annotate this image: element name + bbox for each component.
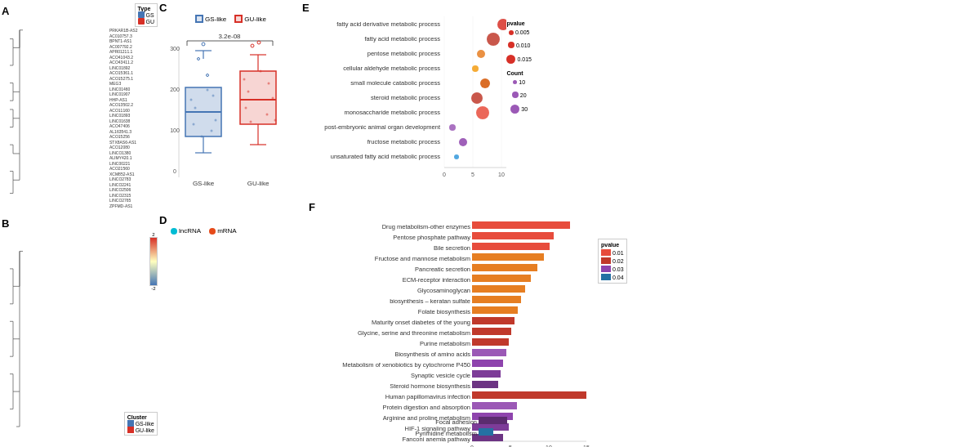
svg-text:Purine metabolism: Purine metabolism bbox=[420, 340, 470, 347]
svg-point-64 bbox=[476, 106, 489, 119]
svg-text:fructose metabolic process: fructose metabolic process bbox=[368, 138, 440, 145]
panel-f: F 0 5 10 15 Drug metabolis bbox=[302, 196, 604, 447]
svg-rect-120 bbox=[479, 417, 507, 424]
svg-point-60 bbox=[477, 50, 485, 58]
svg-text:Glycosaminoglycan: Glycosaminoglycan bbox=[417, 287, 470, 294]
svg-text:Biosynthesis of amino acids: Biosynthesis of amino acids bbox=[394, 351, 470, 358]
svg-point-32 bbox=[251, 44, 254, 47]
boxplot-gs-label: GS-like bbox=[205, 16, 226, 23]
cluster-legend-title: Cluster bbox=[127, 415, 154, 421]
svg-rect-86 bbox=[472, 264, 537, 271]
svg-text:0: 0 bbox=[173, 168, 176, 174]
svg-point-63 bbox=[471, 92, 483, 104]
svg-rect-122 bbox=[479, 428, 493, 436]
boxplot-gu-legend: GU-like bbox=[234, 15, 266, 23]
svg-point-40 bbox=[274, 119, 277, 122]
boxplot-gs-legend: GS-like bbox=[195, 15, 226, 23]
svg-rect-96 bbox=[472, 317, 514, 324]
svg-point-67 bbox=[454, 154, 459, 159]
gene-labels-a: PRKAR1B-AS2AC010757.3BPNT1-AS1AC007792.2… bbox=[109, 21, 158, 216]
svg-rect-108 bbox=[472, 381, 498, 388]
lncrna-label: lncRNA bbox=[179, 227, 201, 235]
svg-rect-92 bbox=[472, 296, 521, 303]
panel-d-label: D bbox=[159, 214, 167, 226]
panel-e: E fatty acid derivative metabolic proces… bbox=[302, 0, 535, 196]
svg-rect-82 bbox=[472, 243, 550, 250]
svg-text:Steroid hormone biosynthesis: Steroid hormone biosynthesis bbox=[390, 382, 470, 390]
svg-text:fatty acid metabolic process: fatty acid metabolic process bbox=[364, 35, 440, 42]
panel-d: D lncRNA mRNA bbox=[159, 212, 302, 447]
svg-text:0: 0 bbox=[443, 172, 446, 177]
svg-rect-112 bbox=[472, 402, 517, 409]
barchart-extra: pvalue 0.01 0.02 bbox=[598, 222, 627, 447]
heatmap-b-scale: 2 -2 bbox=[149, 234, 158, 291]
panel-b-label: B bbox=[2, 217, 9, 230]
svg-point-65 bbox=[449, 124, 456, 131]
svg-rect-90 bbox=[472, 285, 525, 293]
panel-c: C GS-like GU-like 3.2e-08 bbox=[159, 0, 302, 212]
svg-point-62 bbox=[480, 78, 490, 88]
svg-point-58 bbox=[497, 19, 506, 30]
svg-point-19 bbox=[212, 95, 215, 97]
svg-point-42 bbox=[260, 70, 262, 73]
mrna-legend: mRNA bbox=[209, 227, 237, 235]
svg-point-36 bbox=[247, 91, 250, 93]
svg-point-16 bbox=[198, 58, 200, 60]
type-legend: Type GS GU bbox=[135, 21, 158, 27]
lncrna-legend: lncRNA bbox=[171, 227, 201, 235]
svg-text:post-embryonic animal organ de: post-embryonic animal organ development bbox=[324, 123, 441, 131]
boxplot-gu-label: GU-like bbox=[244, 16, 266, 23]
svg-text:Fructose and mannose metabolis: Fructose and mannose metabolism bbox=[375, 255, 470, 262]
cluster-gs-label: GS-like bbox=[136, 422, 154, 427]
gs-swatch bbox=[195, 15, 203, 23]
main-container: A bbox=[0, 0, 980, 447]
panel-f-legend: pvalue 0.01 0.02 bbox=[598, 239, 627, 284]
svg-text:ECM-receptor interaction: ECM-receptor interaction bbox=[403, 276, 470, 284]
network-area bbox=[163, 235, 299, 422]
svg-point-20 bbox=[194, 107, 197, 110]
svg-rect-80 bbox=[472, 232, 554, 239]
svg-text:Pancreatic secretion: Pancreatic secretion bbox=[415, 266, 470, 273]
svg-rect-98 bbox=[472, 328, 511, 335]
svg-rect-94 bbox=[472, 306, 518, 314]
svg-text:300: 300 bbox=[170, 46, 180, 51]
svg-point-39 bbox=[266, 114, 269, 116]
barchart-f: 0 5 10 15 Drug metabolism-other enzymes … bbox=[309, 211, 595, 447]
svg-text:GU-like: GU-like bbox=[247, 180, 270, 187]
svg-point-15 bbox=[202, 42, 205, 46]
svg-point-24 bbox=[201, 136, 203, 138]
right-section: E fatty acid derivative metabolic proces… bbox=[302, 0, 837, 447]
barchart-svg: 0 5 10 15 Drug metabolism-other enzymes … bbox=[309, 211, 595, 447]
panel-ab: A bbox=[0, 0, 159, 447]
svg-text:3.2e-08: 3.2e-08 bbox=[218, 33, 241, 40]
barchart-remaining-svg: Focal adhesion Pyrimidine metabolism bbox=[315, 414, 601, 439]
svg-text:cellular aldehyde metabolic pr: cellular aldehyde metabolic process bbox=[343, 65, 440, 72]
svg-text:10: 10 bbox=[498, 172, 505, 177]
cluster-gs-swatch bbox=[127, 421, 134, 427]
svg-point-66 bbox=[459, 138, 467, 146]
svg-text:5: 5 bbox=[471, 172, 474, 177]
dotplot-svg: fatty acid derivative metabolic process … bbox=[305, 16, 506, 192]
svg-rect-84 bbox=[472, 253, 544, 261]
cluster-legend: Cluster GS-like GU-like bbox=[124, 413, 158, 436]
svg-text:Glycine, serine and threonine : Glycine, serine and threonine metabolism bbox=[358, 329, 470, 337]
cluster-gu-swatch bbox=[127, 427, 134, 434]
svg-rect-102 bbox=[472, 349, 506, 356]
svg-rect-26 bbox=[240, 71, 276, 124]
panel-a-label: A bbox=[2, 5, 9, 17]
svg-text:pentose metabolic process: pentose metabolic process bbox=[368, 50, 440, 57]
svg-point-22 bbox=[193, 123, 195, 126]
svg-text:fatty acid derivative metaboli: fatty acid derivative metabolic process bbox=[336, 20, 440, 28]
svg-text:Bile secretion: Bile secretion bbox=[434, 244, 470, 252]
svg-text:Maturity onset diabetes of the: Maturity onset diabetes of the young bbox=[372, 319, 470, 326]
svg-text:biosynthesis – keratan sulfate: biosynthesis – keratan sulfate bbox=[390, 297, 470, 305]
svg-rect-106 bbox=[472, 370, 501, 378]
svg-text:steroid metabolic process: steroid metabolic process bbox=[371, 94, 440, 101]
svg-text:Pentose phosphate pathway: Pentose phosphate pathway bbox=[393, 234, 470, 241]
svg-text:Human papillomavirus infection: Human papillomavirus infection bbox=[385, 393, 470, 400]
heatmap-a bbox=[24, 21, 109, 216]
svg-rect-78 bbox=[472, 221, 570, 229]
svg-point-41 bbox=[250, 121, 252, 123]
panel-a: A bbox=[2, 3, 158, 216]
svg-text:Drug metabolism-other enzymes: Drug metabolism-other enzymes bbox=[382, 223, 471, 230]
